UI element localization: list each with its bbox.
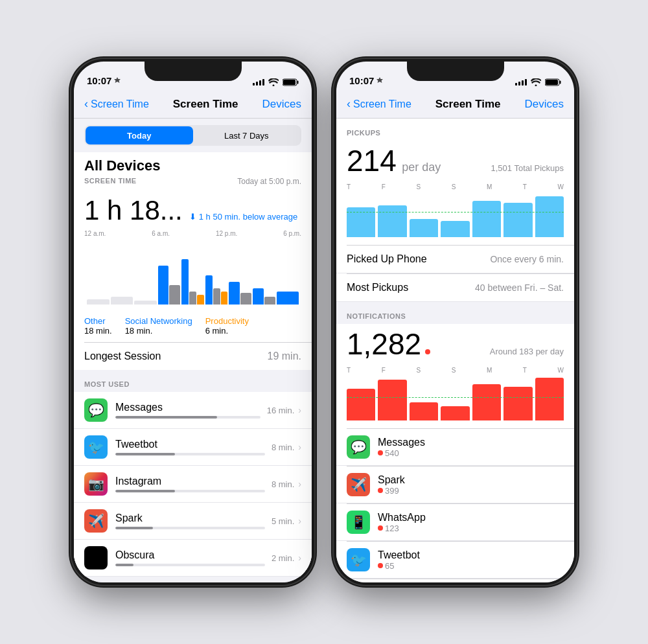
app-info-spark: Spark (115, 512, 265, 529)
chevron-right-icon: › (298, 516, 301, 526)
battery-icon (283, 78, 299, 86)
screen-time-chart: 12 a.m. 6 a.m. 12 p.m. 6 p.m. (74, 230, 312, 311)
notifications-label: NOTIFICATIONS (336, 302, 574, 324)
app-item-messages[interactable]: 💬 Messages 16 min. › (74, 392, 312, 429)
notif-icon-messages: 💬 (347, 435, 370, 459)
app-item-instagram[interactable]: 📷 Instagram 8 min. › (74, 466, 312, 503)
below-avg-indicator: ⬇ 1 h 50 min. below average (189, 212, 297, 222)
around-per-day-label: Around 183 per day (490, 347, 564, 356)
dashed-avg-line-notif (347, 397, 564, 398)
segment-control: Today Last 7 Days (84, 125, 301, 146)
nav-title-right: Screen Time (435, 98, 501, 111)
wifi-icon-right (531, 78, 541, 86)
svg-rect-1 (283, 80, 295, 85)
battery-icon-right (545, 78, 561, 86)
app-icon-tweetbot: 🐦 (84, 435, 108, 459)
notif-chart: T F S S M T W (336, 367, 574, 428)
right-phone-content: PICKUPS 214 per day 1,501 Total Pickups … (336, 119, 574, 582)
per-day-label: per day (402, 161, 441, 174)
segment-wrapper: Today Last 7 Days (74, 119, 312, 152)
chevron-right-icon: › (298, 479, 301, 489)
category-social: Social Networking 18 min. (125, 316, 192, 336)
notif-count: 1,282 (347, 327, 421, 362)
chart-axis: 12 a.m. 6 a.m. 12 p.m. 6 p.m. (84, 230, 301, 237)
app-icon-obscura: ⬤ (84, 546, 108, 569)
app-icon-spark: ✈️ (84, 509, 108, 533)
pickups-per-day-number: 214 (347, 144, 397, 178)
notif-icon-tweetbot: 🐦 (347, 548, 370, 571)
nav-devices-right[interactable]: Devices (525, 98, 564, 111)
segment-today[interactable]: Today (86, 126, 193, 144)
pickups-section: PICKUPS 214 per day 1,501 Total Pickups … (336, 119, 574, 302)
left-phone-content: Today Last 7 Days All Devices SCREEN TIM… (74, 119, 312, 582)
signal-icon-right (515, 79, 527, 86)
longest-session-value: 19 min. (268, 351, 301, 362)
chevron-left-icon: ‹ (84, 97, 88, 111)
notch-left (145, 62, 242, 81)
red-dot-notif (425, 349, 430, 354)
status-time-right: 10:07 (349, 75, 383, 86)
notif-app-slack[interactable]: ⚡ Slack (336, 579, 574, 582)
stat-picked-up: Picked Up Phone Once every 6 min. (336, 246, 574, 273)
notif-icon-whatsapp: 📱 (347, 511, 370, 534)
left-phone: 10:07 (71, 59, 314, 585)
app-icon-instagram: 📷 (84, 472, 108, 496)
status-icons-right (515, 78, 561, 86)
most-used-section: MOST USED 💬 Messages 16 min. › (74, 370, 312, 577)
time-label: SCREEN TIME Today at 5:00 p.m. (74, 176, 312, 191)
wifi-icon (268, 78, 279, 86)
dashed-avg-line (347, 212, 564, 213)
notch-right (407, 62, 504, 81)
stat-most-pickups: Most Pickups 40 between Fri. – Sat. (336, 274, 574, 302)
notif-app-whatsapp[interactable]: 📱 WhatsApp 123 (336, 504, 574, 541)
segment-last7[interactable]: Last 7 Days (193, 126, 301, 144)
chevron-right-icon: › (298, 553, 301, 563)
app-info-messages: Messages (115, 402, 260, 419)
longest-session-label: Longest Session (84, 351, 161, 362)
app-info-instagram: Instagram (115, 476, 265, 492)
app-item-tweetbot[interactable]: 🐦 Tweetbot 8 min. › (74, 429, 312, 466)
category-productivity: Productivity 6 min. (205, 316, 249, 336)
chevron-right-icon: › (298, 442, 301, 452)
svg-rect-2 (297, 81, 299, 84)
total-pickups-label: 1,501 Total Pickups (491, 163, 564, 173)
svg-rect-4 (546, 80, 558, 85)
right-phone: 10:07 (334, 59, 577, 585)
chevron-left-icon-right: ‹ (347, 97, 351, 111)
nav-back-left[interactable]: ‹ Screen Time (84, 97, 149, 111)
app-icon-messages: 💬 (84, 398, 108, 422)
app-item-spark[interactable]: ✈️ Spark 5 min. › (74, 503, 312, 540)
most-used-label: MOST USED (74, 370, 312, 392)
app-info-tweetbot: Tweetbot (115, 439, 265, 455)
nav-devices-left[interactable]: Devices (262, 98, 301, 111)
notifications-content: 1,282 Around 183 per day T F S S M (336, 324, 574, 582)
category-other: Other 18 min. (84, 316, 112, 336)
bar-chart-left (84, 240, 301, 305)
nav-bar-left: ‹ Screen Time Screen Time Devices (74, 90, 312, 119)
all-devices-heading: All Devices (74, 152, 312, 176)
status-icons-left (253, 78, 299, 86)
category-list: Other 18 min. Social Networking 18 min. … (74, 311, 312, 342)
app-info-obscura: Obscura (115, 549, 265, 566)
notif-icon-spark: ✈️ (347, 473, 370, 496)
notif-header-row: 1,282 Around 183 per day (336, 324, 574, 367)
pickups-header-row: 214 per day 1,501 Total Pickups (336, 141, 574, 183)
signal-icon (253, 79, 264, 86)
chevron-right-icon: › (298, 405, 301, 415)
status-time-left: 10:07 (87, 75, 121, 86)
app-item-obscura[interactable]: ⬤ Obscura 2 min. › (74, 540, 312, 577)
nav-title-left: Screen Time (173, 98, 238, 111)
notifications-section: NOTIFICATIONS 1,282 Around 183 per day (336, 302, 574, 582)
notif-app-tweetbot[interactable]: 🐦 Tweetbot 65 (336, 542, 574, 579)
big-time-display: 1 h 18... ⬇ 1 h 50 min. below average (74, 191, 312, 230)
pickups-label: PICKUPS (336, 119, 574, 141)
nav-bar-right: ‹ Screen Time Screen Time Devices (336, 90, 574, 119)
notif-app-spark[interactable]: ✈️ Spark 399 (336, 466, 574, 503)
notif-app-messages[interactable]: 💬 Messages 540 (336, 429, 574, 466)
svg-rect-5 (560, 81, 561, 84)
pickup-chart: T F S S M T W (336, 183, 574, 245)
nav-back-right[interactable]: ‹ Screen Time (347, 97, 411, 111)
